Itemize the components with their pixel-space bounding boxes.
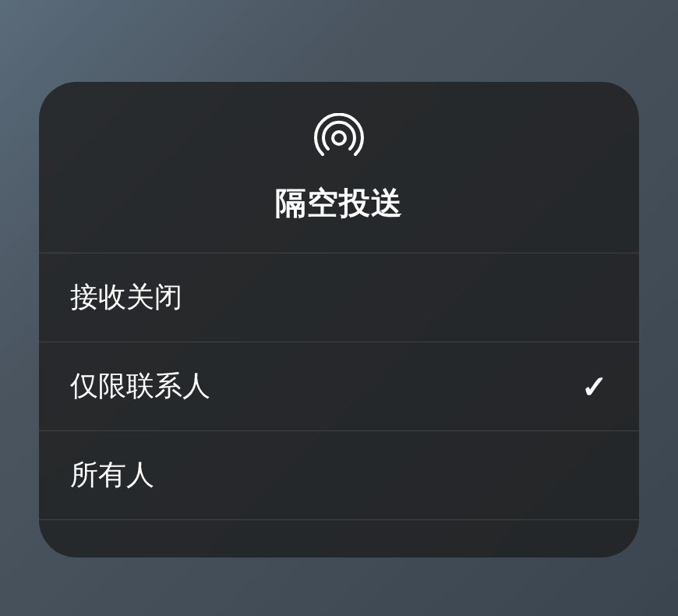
checkmark-icon: ✓ [581,369,608,405]
option-label: 仅限联系人 [70,367,210,405]
airdrop-icon [314,113,364,163]
option-label: 所有人 [70,456,154,494]
airdrop-settings-panel: 隔空投送 接收关闭 ✓ 仅限联系人 ✓ 所有人 ✓ [39,82,639,558]
option-receiving-off[interactable]: 接收关闭 ✓ [39,253,639,342]
svg-point-0 [333,132,345,144]
panel-bottom-spacer [39,520,639,558]
panel-title: 隔空投送 [275,182,403,225]
option-everyone[interactable]: 所有人 ✓ [39,431,639,520]
option-label: 接收关闭 [70,278,182,317]
panel-header: 隔空投送 [39,82,639,253]
option-contacts-only[interactable]: 仅限联系人 ✓ [39,342,639,431]
